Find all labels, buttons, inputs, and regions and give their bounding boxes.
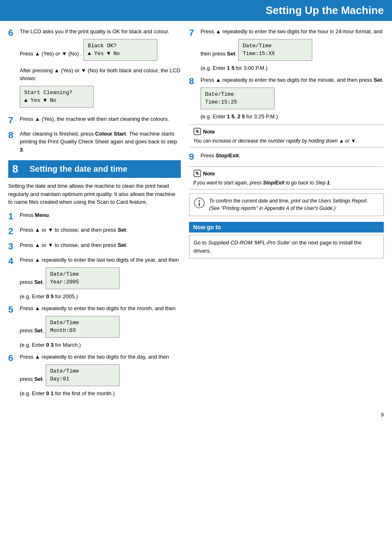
sub-step-6-content: Press ▲ repeatedly to enter the two digi… bbox=[20, 353, 181, 397]
svg-point-5 bbox=[198, 200, 200, 202]
sub8-eg: (e.g. Enter 1 5, 2 5 for 3:25 P.M.) bbox=[201, 113, 384, 121]
sub-step-6-num: 6 bbox=[8, 353, 20, 364]
note-2-header: ✎ Note bbox=[193, 169, 380, 177]
sub-step-1-content: Press Menu. bbox=[20, 211, 181, 219]
note-1: ✎ Note You can increase or decrease the … bbox=[189, 124, 384, 147]
sub2-text: Press ▲ or ▼ to choose bbox=[20, 227, 78, 233]
sub6-text2: . bbox=[43, 375, 44, 382]
sub-step-1: 1 Press Menu. bbox=[8, 211, 181, 222]
note-icon-2: ✎ bbox=[193, 169, 201, 177]
sub5-text2: . bbox=[43, 327, 44, 333]
right-sub-step-9: 9 Press Stop/Exit. bbox=[189, 152, 384, 162]
sub8-bold: Set bbox=[374, 77, 382, 83]
sub7-text2: . bbox=[235, 50, 237, 56]
right-sub-step-9-content: Press Stop/Exit. bbox=[201, 152, 384, 160]
right-sub-step-8: 8 Press ▲ repeatedly to enter the two di… bbox=[189, 76, 384, 120]
sub2-text3: . bbox=[126, 227, 127, 233]
step-6-top: 6 The LCD asks you if the print quality … bbox=[8, 28, 181, 111]
right-sub-step-8-content: Press ▲ repeatedly to enter the two digi… bbox=[201, 76, 384, 120]
lcd-month-line1: Date/Time bbox=[50, 319, 115, 327]
sub4-bold: Set bbox=[34, 279, 42, 285]
sub-step-3-num: 3 bbox=[8, 241, 20, 252]
sub5-bold: Set bbox=[34, 327, 42, 333]
lcd-time-25-line1: Date/Time bbox=[205, 90, 270, 99]
sub-step-3: 3 Press ▲ or ▼ to choose, and then press… bbox=[8, 241, 181, 252]
right-sub-step-9-num: 9 bbox=[189, 152, 201, 162]
sub-step-6: 6 Press ▲ repeatedly to enter the two di… bbox=[8, 353, 181, 397]
lcd-day-line2: Day:01 bbox=[50, 375, 115, 383]
now-goto-text: Go to bbox=[194, 240, 208, 246]
sub-step-4-content: Press ▲ repeatedly to enter the last two… bbox=[20, 256, 181, 300]
sub9-text: Press bbox=[201, 152, 216, 159]
lcd-year-line1: Date/Time bbox=[50, 270, 115, 279]
step-7-content: Press ▲ (Yes), the machine will then sta… bbox=[20, 115, 181, 123]
sub8-text2: . bbox=[382, 77, 383, 83]
step-7-top: 7 Press ▲ (Yes), the machine will then s… bbox=[8, 115, 181, 126]
right-column: 7 Press ▲ repeatedly to enter the two di… bbox=[189, 28, 384, 401]
page-number: 9 bbox=[0, 408, 392, 422]
step-8-content: After cleaning is finished, press Colour… bbox=[20, 130, 181, 154]
sub-step-4: 4 Press ▲ repeatedly to enter the last t… bbox=[8, 256, 181, 300]
step-7-text: Press ▲ (Yes), the machine will then sta… bbox=[20, 116, 169, 122]
now-goto-italic: Supplied CD-ROM 'MFL-Pro Suite' bbox=[208, 240, 290, 246]
sub2-bold: Set bbox=[118, 227, 126, 233]
sub3-text: Press ▲ or ▼ to choose bbox=[20, 242, 78, 248]
right-sub-step-7-content: Press ▲ repeatedly to enter the two digi… bbox=[201, 28, 384, 72]
right-sub-step-8-num: 8 bbox=[189, 76, 201, 87]
sub4-eg: (e.g. Enter 0 5 for 2005.) bbox=[20, 292, 181, 301]
sub-step-2-content: Press ▲ or ▼ to choose, and then press S… bbox=[20, 226, 181, 234]
sub-step-1-num: 1 bbox=[8, 211, 20, 222]
svg-text:✎: ✎ bbox=[195, 171, 199, 177]
step-8-top: 8 After cleaning is finished, press Colo… bbox=[8, 130, 181, 154]
sub1-text2: . bbox=[49, 212, 51, 218]
lcd-day-line1: Date/Time bbox=[50, 367, 115, 375]
lcd-start-cleaning: Start Cleaning? ▲ Yes ▼ No bbox=[20, 86, 94, 108]
lcd-start-cleaning-line1: Start Cleaning? bbox=[24, 89, 89, 97]
lcd-time-25: Date/Time Time:15:25 bbox=[201, 88, 274, 109]
lcd-black-ok-line1: Black OK? bbox=[88, 42, 153, 50]
sub8-text: Press ▲ repeatedly to enter the two digi… bbox=[201, 77, 374, 83]
sub9-bold: Stop/Exit bbox=[216, 152, 239, 159]
sub-step-4-num: 4 bbox=[8, 256, 20, 267]
svg-text:✎: ✎ bbox=[195, 129, 199, 135]
step-8-num: 8 bbox=[8, 130, 20, 140]
lcd-black-ok-line2: ▲ Yes ▼ No bbox=[88, 50, 153, 58]
lcd-year: Date/Time Year:2005 bbox=[46, 267, 120, 289]
lcd-black-ok: Black OK? ▲ Yes ▼ No bbox=[83, 39, 157, 61]
section-8-num: 8 bbox=[12, 163, 25, 175]
sub-step-3-content: Press ▲ or ▼ to choose, and then press S… bbox=[20, 241, 181, 249]
step-6-content: The LCD asks you if the print quality is… bbox=[20, 28, 181, 111]
now-goto-label: Now go to bbox=[189, 222, 384, 233]
sub7-bold: Set bbox=[227, 50, 235, 56]
step-8-bold: Colour Start bbox=[95, 131, 126, 137]
sub-step-5: 5 Press ▲ repeatedly to enter the two di… bbox=[8, 304, 181, 349]
lcd-time-25-line2: Time:15:25 bbox=[205, 98, 270, 106]
lcd-month: Date/Time Month:03 bbox=[46, 316, 120, 338]
sub3-text3: . bbox=[126, 242, 127, 248]
sub2-text2: , and then press bbox=[78, 227, 118, 233]
section-8-heading: 8 Setting the date and time bbox=[8, 160, 181, 178]
now-goto-content: Go to Supplied CD-ROM 'MFL-Pro Suite' on… bbox=[189, 235, 384, 258]
lcd-year-line2: Year:2005 bbox=[50, 278, 115, 286]
step-7-num: 7 bbox=[8, 115, 20, 126]
sub1-bold: Menu bbox=[35, 212, 49, 218]
lcd-time-xx-line1: Date/Time bbox=[243, 42, 308, 50]
note-2: ✎ Note If you want to start again, press… bbox=[189, 166, 384, 189]
lcd-month-line2: Month:03 bbox=[50, 327, 115, 335]
sub9-text2: . bbox=[239, 152, 240, 159]
page-title: Setting Up the Machine bbox=[266, 4, 384, 16]
page-header: Setting Up the Machine bbox=[0, 0, 392, 21]
lcd-day: Date/Time Day:01 bbox=[46, 364, 120, 386]
sub7-eg: (e.g. Enter 1 5 for 3:00 P.M.) bbox=[201, 64, 384, 72]
right-sub-step-7: 7 Press ▲ repeatedly to enter the two di… bbox=[189, 28, 384, 72]
right-sub-step-7-num: 7 bbox=[189, 28, 201, 38]
note-1-header: ✎ Note bbox=[193, 127, 380, 136]
sub5-eg: (e.g. Enter 0 3 for March.) bbox=[20, 341, 181, 349]
section-8-title: Setting the date and time bbox=[30, 164, 127, 174]
tip-icon bbox=[194, 197, 205, 212]
sub6-eg: (e.g. Enter 0 1 for the first of the mon… bbox=[20, 389, 181, 398]
svg-rect-6 bbox=[199, 203, 200, 206]
note-2-text: If you want to start again, press Stop/E… bbox=[193, 179, 380, 187]
section-8-intro: Setting the date and time allows the mac… bbox=[8, 182, 181, 206]
tip-box: To confirm the current date and time, pr… bbox=[189, 193, 384, 216]
